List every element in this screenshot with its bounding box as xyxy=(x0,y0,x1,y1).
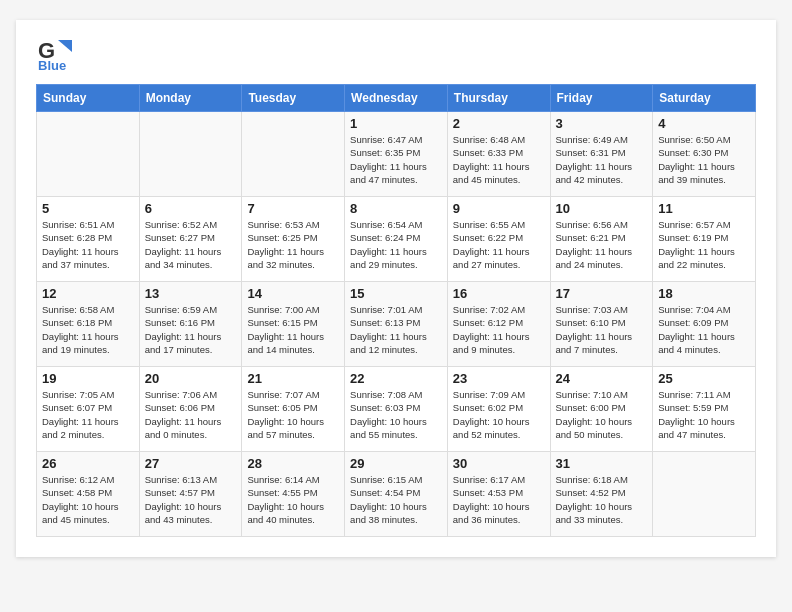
day-number: 29 xyxy=(350,456,442,471)
day-info: Sunrise: 6:14 AM Sunset: 4:55 PM Dayligh… xyxy=(247,473,339,526)
calendar-cell: 8Sunrise: 6:54 AM Sunset: 6:24 PM Daylig… xyxy=(345,197,448,282)
day-info: Sunrise: 7:11 AM Sunset: 5:59 PM Dayligh… xyxy=(658,388,750,441)
calendar-cell: 10Sunrise: 6:56 AM Sunset: 6:21 PM Dayli… xyxy=(550,197,653,282)
logo-icon: G Blue xyxy=(36,36,74,74)
day-info: Sunrise: 6:55 AM Sunset: 6:22 PM Dayligh… xyxy=(453,218,545,271)
day-number: 9 xyxy=(453,201,545,216)
day-info: Sunrise: 6:56 AM Sunset: 6:21 PM Dayligh… xyxy=(556,218,648,271)
day-info: Sunrise: 7:02 AM Sunset: 6:12 PM Dayligh… xyxy=(453,303,545,356)
day-info: Sunrise: 6:59 AM Sunset: 6:16 PM Dayligh… xyxy=(145,303,237,356)
day-number: 18 xyxy=(658,286,750,301)
calendar-cell: 27Sunrise: 6:13 AM Sunset: 4:57 PM Dayli… xyxy=(139,452,242,537)
calendar-cell: 26Sunrise: 6:12 AM Sunset: 4:58 PM Dayli… xyxy=(37,452,140,537)
calendar-cell: 2Sunrise: 6:48 AM Sunset: 6:33 PM Daylig… xyxy=(447,112,550,197)
calendar-cell: 1Sunrise: 6:47 AM Sunset: 6:35 PM Daylig… xyxy=(345,112,448,197)
calendar-cell: 25Sunrise: 7:11 AM Sunset: 5:59 PM Dayli… xyxy=(653,367,756,452)
calendar-cell: 24Sunrise: 7:10 AM Sunset: 6:00 PM Dayli… xyxy=(550,367,653,452)
calendar-cell: 14Sunrise: 7:00 AM Sunset: 6:15 PM Dayli… xyxy=(242,282,345,367)
day-number: 2 xyxy=(453,116,545,131)
header-row: SundayMondayTuesdayWednesdayThursdayFrid… xyxy=(37,85,756,112)
header-cell-saturday: Saturday xyxy=(653,85,756,112)
calendar-cell: 11Sunrise: 6:57 AM Sunset: 6:19 PM Dayli… xyxy=(653,197,756,282)
day-number: 27 xyxy=(145,456,237,471)
day-info: Sunrise: 6:50 AM Sunset: 6:30 PM Dayligh… xyxy=(658,133,750,186)
day-number: 24 xyxy=(556,371,648,386)
day-info: Sunrise: 6:17 AM Sunset: 4:53 PM Dayligh… xyxy=(453,473,545,526)
header-cell-friday: Friday xyxy=(550,85,653,112)
header-cell-wednesday: Wednesday xyxy=(345,85,448,112)
day-info: Sunrise: 6:15 AM Sunset: 4:54 PM Dayligh… xyxy=(350,473,442,526)
page-container: G Blue SundayMondayTuesdayWednesdayThurs… xyxy=(16,20,776,557)
calendar-cell xyxy=(37,112,140,197)
day-number: 3 xyxy=(556,116,648,131)
day-number: 25 xyxy=(658,371,750,386)
day-info: Sunrise: 7:09 AM Sunset: 6:02 PM Dayligh… xyxy=(453,388,545,441)
day-number: 21 xyxy=(247,371,339,386)
day-number: 5 xyxy=(42,201,134,216)
day-number: 22 xyxy=(350,371,442,386)
day-number: 20 xyxy=(145,371,237,386)
calendar-cell: 6Sunrise: 6:52 AM Sunset: 6:27 PM Daylig… xyxy=(139,197,242,282)
calendar-cell: 28Sunrise: 6:14 AM Sunset: 4:55 PM Dayli… xyxy=(242,452,345,537)
day-number: 8 xyxy=(350,201,442,216)
header-cell-thursday: Thursday xyxy=(447,85,550,112)
day-info: Sunrise: 6:47 AM Sunset: 6:35 PM Dayligh… xyxy=(350,133,442,186)
day-number: 31 xyxy=(556,456,648,471)
day-info: Sunrise: 7:04 AM Sunset: 6:09 PM Dayligh… xyxy=(658,303,750,356)
calendar-table: SundayMondayTuesdayWednesdayThursdayFrid… xyxy=(36,84,756,537)
calendar-week-5: 26Sunrise: 6:12 AM Sunset: 4:58 PM Dayli… xyxy=(37,452,756,537)
day-info: Sunrise: 7:08 AM Sunset: 6:03 PM Dayligh… xyxy=(350,388,442,441)
day-number: 11 xyxy=(658,201,750,216)
day-info: Sunrise: 6:57 AM Sunset: 6:19 PM Dayligh… xyxy=(658,218,750,271)
day-number: 28 xyxy=(247,456,339,471)
day-info: Sunrise: 7:05 AM Sunset: 6:07 PM Dayligh… xyxy=(42,388,134,441)
calendar-cell: 5Sunrise: 6:51 AM Sunset: 6:28 PM Daylig… xyxy=(37,197,140,282)
day-number: 12 xyxy=(42,286,134,301)
calendar-cell xyxy=(653,452,756,537)
calendar-cell: 18Sunrise: 7:04 AM Sunset: 6:09 PM Dayli… xyxy=(653,282,756,367)
day-number: 26 xyxy=(42,456,134,471)
day-number: 7 xyxy=(247,201,339,216)
calendar-cell: 20Sunrise: 7:06 AM Sunset: 6:06 PM Dayli… xyxy=(139,367,242,452)
day-number: 4 xyxy=(658,116,750,131)
day-info: Sunrise: 7:03 AM Sunset: 6:10 PM Dayligh… xyxy=(556,303,648,356)
day-info: Sunrise: 6:18 AM Sunset: 4:52 PM Dayligh… xyxy=(556,473,648,526)
calendar-cell: 29Sunrise: 6:15 AM Sunset: 4:54 PM Dayli… xyxy=(345,452,448,537)
day-info: Sunrise: 6:58 AM Sunset: 6:18 PM Dayligh… xyxy=(42,303,134,356)
calendar-cell: 22Sunrise: 7:08 AM Sunset: 6:03 PM Dayli… xyxy=(345,367,448,452)
day-number: 16 xyxy=(453,286,545,301)
day-number: 19 xyxy=(42,371,134,386)
day-number: 30 xyxy=(453,456,545,471)
calendar-cell: 19Sunrise: 7:05 AM Sunset: 6:07 PM Dayli… xyxy=(37,367,140,452)
calendar-cell: 3Sunrise: 6:49 AM Sunset: 6:31 PM Daylig… xyxy=(550,112,653,197)
day-number: 23 xyxy=(453,371,545,386)
day-info: Sunrise: 7:00 AM Sunset: 6:15 PM Dayligh… xyxy=(247,303,339,356)
day-info: Sunrise: 6:48 AM Sunset: 6:33 PM Dayligh… xyxy=(453,133,545,186)
calendar-cell: 21Sunrise: 7:07 AM Sunset: 6:05 PM Dayli… xyxy=(242,367,345,452)
calendar-cell: 15Sunrise: 7:01 AM Sunset: 6:13 PM Dayli… xyxy=(345,282,448,367)
calendar-cell: 4Sunrise: 6:50 AM Sunset: 6:30 PM Daylig… xyxy=(653,112,756,197)
calendar-week-3: 12Sunrise: 6:58 AM Sunset: 6:18 PM Dayli… xyxy=(37,282,756,367)
day-info: Sunrise: 6:49 AM Sunset: 6:31 PM Dayligh… xyxy=(556,133,648,186)
calendar-cell: 23Sunrise: 7:09 AM Sunset: 6:02 PM Dayli… xyxy=(447,367,550,452)
calendar-cell: 7Sunrise: 6:53 AM Sunset: 6:25 PM Daylig… xyxy=(242,197,345,282)
day-number: 14 xyxy=(247,286,339,301)
header-cell-monday: Monday xyxy=(139,85,242,112)
calendar-cell: 30Sunrise: 6:17 AM Sunset: 4:53 PM Dayli… xyxy=(447,452,550,537)
calendar-cell xyxy=(242,112,345,197)
day-info: Sunrise: 6:54 AM Sunset: 6:24 PM Dayligh… xyxy=(350,218,442,271)
day-number: 17 xyxy=(556,286,648,301)
calendar-cell xyxy=(139,112,242,197)
svg-text:Blue: Blue xyxy=(38,58,66,73)
day-number: 13 xyxy=(145,286,237,301)
day-info: Sunrise: 6:52 AM Sunset: 6:27 PM Dayligh… xyxy=(145,218,237,271)
day-info: Sunrise: 6:53 AM Sunset: 6:25 PM Dayligh… xyxy=(247,218,339,271)
day-info: Sunrise: 6:51 AM Sunset: 6:28 PM Dayligh… xyxy=(42,218,134,271)
header-cell-tuesday: Tuesday xyxy=(242,85,345,112)
header-cell-sunday: Sunday xyxy=(37,85,140,112)
calendar-week-4: 19Sunrise: 7:05 AM Sunset: 6:07 PM Dayli… xyxy=(37,367,756,452)
day-info: Sunrise: 6:13 AM Sunset: 4:57 PM Dayligh… xyxy=(145,473,237,526)
calendar-cell: 31Sunrise: 6:18 AM Sunset: 4:52 PM Dayli… xyxy=(550,452,653,537)
day-info: Sunrise: 7:01 AM Sunset: 6:13 PM Dayligh… xyxy=(350,303,442,356)
calendar-cell: 9Sunrise: 6:55 AM Sunset: 6:22 PM Daylig… xyxy=(447,197,550,282)
